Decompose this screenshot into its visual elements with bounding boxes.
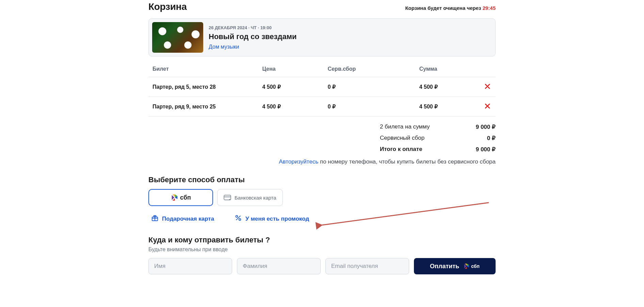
summary-count-label: 2 билета на сумму	[380, 123, 441, 131]
ticket-sum: 4 500 ₽	[417, 97, 482, 117]
ticket-desc: Партер, ряд 5, место 28	[148, 77, 259, 97]
event-image	[152, 22, 203, 53]
percent-icon	[235, 214, 242, 223]
last-name-field[interactable]	[237, 258, 321, 274]
pay-button-label: Оплатить	[430, 263, 459, 270]
promo-code-label: У меня есть промокод	[245, 216, 309, 222]
pay-method-sbp[interactable]: сбп	[148, 189, 213, 206]
ticket-sum: 4 500 ₽	[417, 77, 482, 97]
col-sum: Сумма	[417, 61, 482, 77]
gift-icon	[151, 214, 159, 223]
first-name-field[interactable]	[148, 258, 232, 274]
gift-card-label: Подарочная карта	[162, 216, 214, 222]
delivery-section-title: Куда и кому отправить билеты ?	[148, 236, 496, 244]
card-icon	[224, 194, 231, 201]
cart-timer-value: 29:45	[483, 5, 496, 11]
event-card: 26 ДЕКАБРЯ 2024 · ЧТ · 19:00 Новый год с…	[148, 18, 496, 56]
summary-total-label: Итого к оплате	[380, 146, 441, 153]
pay-button[interactable]: Оплатить сбп	[414, 258, 496, 274]
sbp-label: сбп	[180, 194, 191, 201]
payment-section-title: Выберите способ оплаты	[148, 175, 496, 184]
pay-button-sbp-label: сбп	[471, 263, 480, 269]
remove-ticket-button[interactable]	[485, 83, 490, 90]
summary: 2 билета на сумму 9 000 ₽ Сервисный сбор…	[148, 121, 496, 155]
email-field[interactable]	[325, 258, 409, 274]
event-venue-link[interactable]: Дом музыки	[209, 44, 239, 50]
auth-note-text: по номеру телефона, чтобы купить билеты …	[318, 158, 496, 165]
ticket-price: 4 500 ₽	[259, 77, 325, 97]
svg-point-4	[239, 219, 241, 221]
page-title: Корзина	[148, 1, 187, 12]
cart-timer-label: Корзина будет очищена через	[405, 5, 482, 11]
svg-point-3	[236, 216, 238, 218]
ticket-price: 4 500 ₽	[259, 97, 325, 117]
auth-link[interactable]: Авторизуйтесь	[279, 158, 318, 165]
ticket-fee: 0 ₽	[325, 77, 417, 97]
sbp-icon: сбп	[463, 263, 480, 269]
close-icon	[485, 103, 490, 109]
close-icon	[485, 84, 490, 89]
tickets-table: Билет Цена Серв.сбор Сумма Партер, ряд 5…	[148, 61, 496, 117]
gift-card-button[interactable]: Подарочная карта	[151, 214, 214, 223]
ticket-fee: 0 ₽	[325, 97, 417, 117]
col-price: Цена	[259, 61, 325, 77]
sbp-logo-icon: сбп	[171, 194, 191, 201]
table-row: Партер, ряд 9, место 25 4 500 ₽ 0 ₽ 4 50…	[148, 97, 496, 117]
ticket-desc: Партер, ряд 9, место 25	[148, 97, 259, 117]
summary-total-value: 9 000 ₽	[462, 146, 496, 153]
remove-ticket-button[interactable]	[485, 103, 490, 110]
promo-code-button[interactable]: У меня есть промокод	[235, 214, 309, 223]
col-ticket: Билет	[148, 61, 259, 77]
summary-fee-label: Сервисный сбор	[380, 135, 441, 142]
event-title: Новый год со звездами	[209, 32, 297, 41]
pay-method-card-label: Банковская карта	[235, 195, 276, 201]
pay-method-card[interactable]: Банковская карта	[217, 189, 283, 206]
col-fee: Серв.сбор	[325, 61, 417, 77]
event-date: 26 ДЕКАБРЯ 2024 · ЧТ · 19:00	[209, 25, 297, 30]
table-row: Партер, ряд 5, место 28 4 500 ₽ 0 ₽ 4 50…	[148, 77, 496, 97]
delivery-subtitle: Будьте внимательны при вводе	[148, 246, 496, 253]
auth-note: Авторизуйтесь по номеру телефона, чтобы …	[148, 158, 496, 165]
cart-timer: Корзина будет очищена через 29:45	[405, 5, 496, 11]
svg-rect-1	[224, 197, 231, 197]
summary-fee-value: 0 ₽	[462, 135, 496, 142]
summary-count-value: 9 000 ₽	[462, 123, 496, 131]
